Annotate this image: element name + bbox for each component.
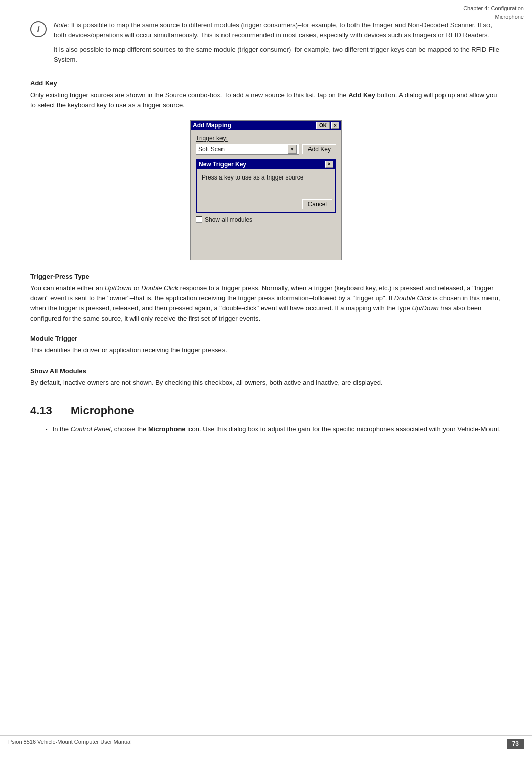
show-all-modules-label: Show all modules bbox=[205, 216, 252, 224]
header-bar: Chapter 4: Configuration Microphone bbox=[370, 0, 532, 23]
show-all-modules-row: Show all modules bbox=[196, 216, 336, 224]
section-title-row: 4.13 Microphone bbox=[30, 404, 502, 417]
trigger-key-select[interactable]: Soft Scan ▼ bbox=[196, 144, 299, 155]
new-trigger-dialog: New Trigger Key × Press a key to use as … bbox=[196, 159, 336, 213]
add-key-heading: Add Key bbox=[30, 79, 502, 87]
bullet-dot: • bbox=[46, 426, 48, 434]
module-trigger-heading: Module Trigger bbox=[30, 335, 502, 342]
new-trigger-footer: Cancel bbox=[197, 199, 335, 212]
close-button[interactable]: × bbox=[331, 122, 339, 129]
page-number: 73 bbox=[507, 739, 524, 749]
note-paragraph-1: Note: It is possible to map the same sou… bbox=[54, 20, 502, 40]
add-key-body: Only existing trigger sources are shown … bbox=[30, 90, 502, 110]
section-4-13: 4.13 Microphone • In the Control Panel, … bbox=[30, 404, 502, 434]
show-all-modules-body: By default, inactive owners are not show… bbox=[30, 378, 502, 388]
cancel-button[interactable]: Cancel bbox=[302, 199, 332, 209]
module-trigger-body: This identifies the driver or applicatio… bbox=[30, 345, 502, 355]
show-all-modules-checkbox[interactable] bbox=[196, 216, 202, 223]
trigger-press-body: You can enable either an Up/Down or Doub… bbox=[30, 283, 502, 324]
bullet-text: In the Control Panel, choose the Microph… bbox=[53, 424, 501, 434]
section-title: Microphone bbox=[71, 404, 134, 417]
add-mapping-title-bar: Add Mapping OK × bbox=[191, 121, 341, 130]
new-trigger-body: Press a key to use as a trigger source bbox=[197, 169, 335, 199]
info-icon: i bbox=[30, 21, 47, 37]
chapter-title: Chapter 4: Configuration bbox=[370, 4, 524, 13]
footer-right: 73 bbox=[501, 739, 524, 749]
footer-manual: Psion 8516 Vehicle-Mount Computer User M… bbox=[8, 739, 132, 749]
ok-button[interactable]: OK bbox=[316, 122, 330, 129]
trigger-key-label: Trigger key: bbox=[196, 135, 336, 142]
main-content: i Note: It is possible to map the same s… bbox=[30, 20, 502, 434]
add-mapping-dialog: Add Mapping OK × Trigger key: Soft Scan … bbox=[190, 120, 342, 260]
trigger-key-row: Soft Scan ▼ Add Key bbox=[196, 144, 336, 155]
new-trigger-close[interactable]: × bbox=[325, 161, 333, 168]
dialog-container: Add Mapping OK × Trigger key: Soft Scan … bbox=[30, 120, 502, 260]
new-trigger-title: New Trigger Key bbox=[199, 161, 246, 168]
add-key-button[interactable]: Add Key bbox=[302, 144, 336, 154]
section-number: 4.13 bbox=[30, 404, 61, 417]
new-trigger-title-bar: New Trigger Key × bbox=[197, 160, 335, 169]
note-text: Note: It is possible to map the same sou… bbox=[54, 20, 502, 65]
dropdown-arrow[interactable]: ▼ bbox=[288, 145, 297, 154]
show-all-modules-heading: Show All Modules bbox=[30, 367, 502, 375]
note-paragraph-2: It is also possible to map different sou… bbox=[54, 44, 502, 65]
new-trigger-instruction: Press a key to use as a trigger source bbox=[202, 174, 330, 181]
bullet-item: • In the Control Panel, choose the Micro… bbox=[46, 424, 502, 434]
note-label: Note: bbox=[54, 21, 69, 29]
new-trigger-title-buttons: × bbox=[325, 161, 333, 168]
select-value: Soft Scan bbox=[198, 146, 225, 153]
add-mapping-body: Trigger key: Soft Scan ▼ Add Key New Tri… bbox=[191, 130, 341, 260]
note-box: i Note: It is possible to map the same s… bbox=[30, 20, 502, 65]
add-mapping-title: Add Mapping bbox=[193, 122, 231, 129]
trigger-press-heading: Trigger-Press Type bbox=[30, 273, 502, 280]
modules-list bbox=[196, 226, 336, 256]
subchapter-title: Microphone bbox=[370, 13, 524, 21]
title-buttons: OK × bbox=[316, 122, 339, 129]
footer-bar: Psion 8516 Vehicle-Mount Computer User M… bbox=[0, 735, 532, 749]
